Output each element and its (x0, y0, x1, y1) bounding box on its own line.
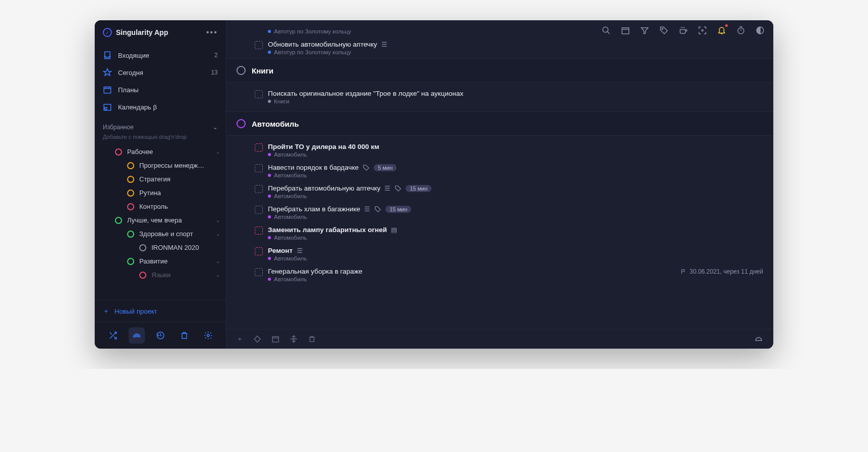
new-project-button[interactable]: ＋ Новый проект (95, 300, 226, 322)
timer-button[interactable] (736, 25, 746, 35)
delete-button[interactable] (308, 335, 316, 343)
project-color-icon (115, 148, 122, 156)
project-label: Стратегия (139, 175, 220, 183)
task-project-label: Автомобиль (274, 255, 307, 261)
task-title: Обновить автомобильную аптечку (268, 41, 377, 48)
calendar-toggle-button[interactable] (620, 25, 630, 35)
project-dot-icon (268, 174, 271, 177)
task-row[interactable]: Генеральная уборка в гараже30.06.2021, ч… (226, 265, 773, 285)
project-tree-item[interactable]: Прогрессы менедж… (95, 159, 226, 172)
project-color-icon (127, 176, 134, 183)
task-checkbox[interactable] (255, 41, 263, 49)
task-row[interactable]: Перебрать автомобильную аптечку☰15 минАв… (226, 181, 773, 202)
project-tree[interactable]: Рабочее⌄Прогрессы менедж…СтратегияРутина… (95, 145, 226, 300)
task-row[interactable]: Перебрать хлам в багажнике☰15 минАвтомоб… (226, 202, 773, 223)
project-label: IRONMAN 2020 (151, 244, 220, 251)
search-button[interactable] (601, 25, 611, 35)
shuffle-button[interactable] (105, 327, 121, 344)
task-title: Перебрать хлам в багажнике (268, 205, 360, 213)
project-label: Лучше, чем вчера (127, 216, 211, 224)
rainbow-button[interactable] (129, 327, 145, 344)
project-color-icon (127, 231, 134, 238)
project-tree-item[interactable]: Рабочее⌄ (95, 145, 226, 159)
favorites-header[interactable]: Избранное ⌄ (95, 118, 226, 134)
project-tree-item[interactable]: Лучше, чем вчера⌄ (95, 213, 226, 227)
note-icon: ▤ (391, 226, 397, 234)
task-content: Перебрать хлам в багажнике☰15 минАвтомоб… (268, 205, 763, 220)
task-checkbox[interactable] (255, 90, 263, 98)
project-tree-item[interactable]: Здоровье и спорт⌄ (95, 227, 226, 241)
favorites-label: Избранное (103, 124, 134, 131)
task-content: Обновить автомобильную аптечку☰Автотур п… (268, 41, 763, 55)
history-button[interactable] (152, 327, 169, 344)
coffee-button[interactable] (678, 25, 688, 35)
task-title: Заменить лампу габаритных огней (268, 226, 387, 234)
notifications-button[interactable] (717, 25, 727, 35)
chevron-down-icon: ⌄ (216, 149, 220, 155)
task-row[interactable]: Пройти ТО у дилера на 40 000 кмАвтомобил… (226, 140, 773, 161)
priority-button[interactable] (253, 335, 261, 343)
project-color-icon (139, 244, 146, 251)
main-scroll[interactable]: Автотур по Золотому кольцуОбновить автом… (226, 20, 773, 329)
task-row[interactable]: Заменить лампу габаритных огней▤Автомоби… (226, 223, 773, 244)
subtasks-icon: ☰ (381, 41, 387, 48)
app-logo-icon (103, 28, 112, 37)
trash-button[interactable] (176, 327, 192, 344)
date-button[interactable] (271, 335, 280, 343)
task-checkbox[interactable] (255, 227, 263, 235)
section-header[interactable]: Книги (226, 58, 773, 83)
project-dot-icon (268, 236, 271, 239)
project-color-icon (127, 190, 134, 197)
task-row[interactable]: Навести порядок в бардачке5 минАвтомобил… (226, 161, 773, 181)
chevron-down-icon: ⌄ (216, 217, 220, 223)
project-label: Здоровье и спорт (139, 230, 211, 238)
app-brand[interactable]: Singularity App (103, 28, 168, 37)
project-tree-item[interactable]: Развитие⌄ (95, 254, 226, 268)
project-tree-item[interactable]: Языки⌄ (95, 268, 226, 282)
filter-button[interactable] (640, 25, 650, 35)
subtasks-icon: ☰ (297, 247, 303, 254)
add-task-button[interactable]: ＋ (236, 334, 243, 344)
nav-plans[interactable]: Планы (95, 81, 226, 98)
task-checkbox[interactable] (255, 143, 263, 152)
task-row[interactable]: Ремонт☰Автомобиль (226, 244, 773, 265)
project-tree-item[interactable]: Рутина (95, 186, 226, 200)
task-row[interactable]: Поискать оригинальное издание "Трое в ло… (226, 87, 773, 107)
nav-calendar[interactable]: Календарь β (95, 98, 226, 116)
task-content: Ремонт☰Автомобиль (268, 247, 763, 261)
svg-point-7 (702, 30, 703, 31)
task-checkbox[interactable] (255, 206, 263, 214)
more-menu-button[interactable]: ••• (206, 28, 218, 37)
project-color-icon (127, 203, 134, 210)
task-checkbox[interactable] (255, 185, 263, 193)
sidebar: Singularity App ••• Входящие 2 Сегодня 1… (95, 20, 226, 349)
task-checkbox[interactable] (255, 247, 263, 255)
project-color-icon (127, 162, 134, 169)
task-row[interactable]: Обновить автомобильную аптечку☰Автотур п… (226, 37, 773, 58)
task-checkbox[interactable] (255, 164, 263, 172)
sync-button[interactable] (754, 334, 763, 344)
plus-icon: ＋ (103, 307, 109, 316)
move-button[interactable] (290, 335, 298, 343)
project-tree-item[interactable]: IRONMAN 2020 (95, 241, 226, 254)
nav-inbox[interactable]: Входящие 2 (95, 47, 226, 64)
nav-today[interactable]: Сегодня 13 (95, 64, 226, 81)
chevron-down-icon: ⌄ (216, 258, 220, 264)
nav-count: 13 (211, 69, 218, 76)
focus-button[interactable] (697, 25, 707, 35)
task-project-label: Автотур по Золотому кольцу (274, 49, 351, 55)
project-tree-item[interactable]: Стратегия (95, 172, 226, 186)
settings-button[interactable] (200, 327, 216, 344)
task-checkbox[interactable] (255, 268, 263, 276)
section-header[interactable]: Автомобиль (226, 111, 773, 136)
theme-toggle-button[interactable] (755, 25, 765, 35)
tag-button[interactable] (659, 25, 669, 35)
project-label: Рутина (139, 189, 220, 197)
task-content: Генеральная уборка в гараже30.06.2021, ч… (268, 268, 763, 282)
nav-label: Планы (118, 86, 218, 94)
task-content: Заменить лампу габаритных огней▤Автомоби… (268, 226, 763, 241)
duration-badge: 5 мин (374, 164, 397, 171)
project-tree-item[interactable]: Контроль (95, 200, 226, 213)
task-project-label: Автомобиль (274, 235, 307, 241)
section-circle-icon (236, 66, 246, 75)
